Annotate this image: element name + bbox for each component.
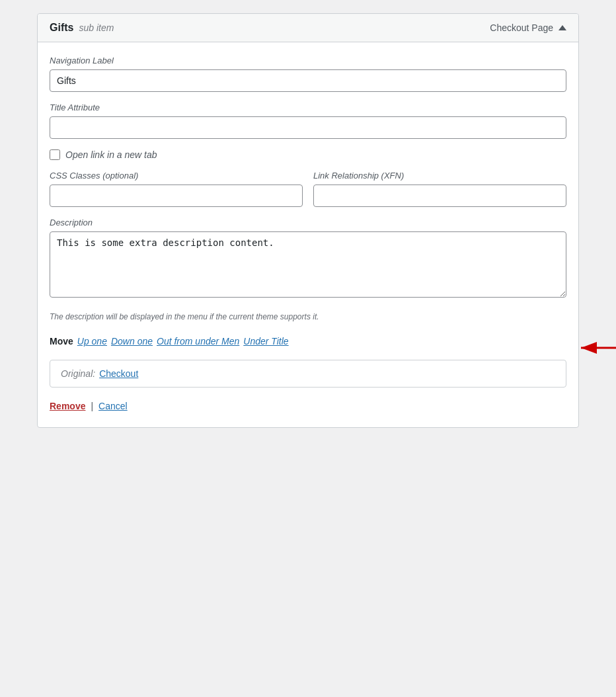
css-classes-group: CSS Classes (optional): [50, 171, 303, 207]
description-group: Description This is some extra descripti…: [50, 218, 566, 300]
link-relationship-group: Link Relationship (XFN): [313, 171, 566, 207]
description-label: Description: [50, 218, 566, 227]
css-classes-input[interactable]: [50, 184, 303, 207]
link-relationship-input[interactable]: [313, 184, 566, 207]
chevron-up-icon[interactable]: [558, 25, 566, 30]
nav-label-label: Navigation Label: [50, 56, 566, 65]
menu-item-card: Gifts sub item Checkout Page Navigation …: [37, 13, 579, 428]
item-title: Gifts: [50, 22, 73, 34]
original-box: Original: Checkout: [50, 360, 566, 388]
title-attribute-group: Title Attribute: [50, 102, 566, 139]
action-row: Remove | Cancel: [50, 401, 566, 411]
nav-label-input[interactable]: [50, 69, 566, 92]
header-right[interactable]: Checkout Page: [490, 22, 566, 33]
open-new-tab-label: Open link in a new tab: [65, 149, 157, 160]
css-xfn-row: CSS Classes (optional) Link Relationship…: [50, 171, 566, 207]
title-attribute-label: Title Attribute: [50, 102, 566, 112]
original-link[interactable]: Checkout: [99, 368, 138, 379]
move-up-one-link[interactable]: Up one: [77, 336, 107, 347]
move-under-title-link[interactable]: Under Title: [243, 336, 288, 347]
description-hint: The description will be displayed in the…: [50, 311, 566, 323]
move-down-one-link[interactable]: Down one: [111, 336, 153, 347]
move-label: Move: [50, 336, 73, 347]
original-label: Original:: [61, 368, 95, 379]
card-header: Gifts sub item Checkout Page: [38, 14, 578, 42]
open-new-tab-row: Open link in a new tab: [50, 149, 566, 160]
title-attribute-input[interactable]: [50, 116, 566, 139]
cancel-link[interactable]: Cancel: [98, 401, 128, 411]
link-relationship-label: Link Relationship (XFN): [313, 171, 566, 181]
card-body: Navigation Label Title Attribute Open li…: [38, 42, 578, 427]
description-textarea[interactable]: This is some extra description content.: [50, 231, 566, 298]
move-out-from-under-link[interactable]: Out from under Men: [157, 336, 239, 347]
remove-link[interactable]: Remove: [50, 401, 85, 411]
header-left: Gifts sub item: [50, 22, 114, 34]
nav-label-group: Navigation Label: [50, 56, 566, 92]
item-subtitle: sub item: [79, 22, 114, 33]
open-new-tab-checkbox[interactable]: [50, 149, 60, 160]
divider: |: [91, 401, 93, 411]
page-label: Checkout Page: [490, 22, 553, 33]
annotation-arrow: [578, 338, 616, 358]
move-row: Move Up one Down one Out from under Men …: [50, 336, 566, 347]
css-classes-label: CSS Classes (optional): [50, 171, 303, 181]
